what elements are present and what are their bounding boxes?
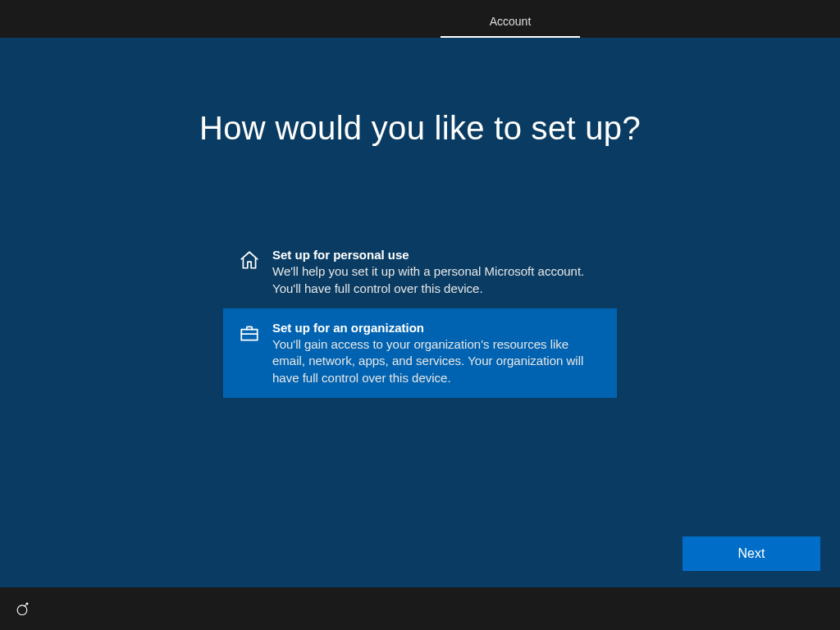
option-desc: You'll gain access to your organization'… xyxy=(272,337,583,385)
option-personal[interactable]: Set up for personal use We'll help you s… xyxy=(223,235,617,308)
setup-options: Set up for personal use We'll help you s… xyxy=(223,235,617,398)
next-button[interactable]: Next xyxy=(682,536,820,571)
option-text: Set up for an organization You'll gain a… xyxy=(272,320,602,386)
page-title: How would you like to set up? xyxy=(0,38,840,147)
option-title: Set up for personal use xyxy=(272,248,409,262)
top-bar: Account xyxy=(0,0,840,38)
option-text: Set up for personal use We'll help you s… xyxy=(272,247,602,297)
bottom-bar xyxy=(0,587,840,630)
svg-point-1 xyxy=(17,605,27,615)
briefcase-icon xyxy=(238,322,261,345)
option-desc: We'll help you set it up with a personal… xyxy=(272,264,584,294)
svg-rect-0 xyxy=(241,329,258,340)
option-title: Set up for an organization xyxy=(272,321,424,335)
option-organization[interactable]: Set up for an organization You'll gain a… xyxy=(223,308,617,398)
ease-of-access-icon[interactable] xyxy=(13,600,31,618)
main-area: How would you like to set up? Set up for… xyxy=(0,38,840,587)
home-icon xyxy=(238,249,261,272)
tab-account[interactable]: Account xyxy=(441,5,581,38)
